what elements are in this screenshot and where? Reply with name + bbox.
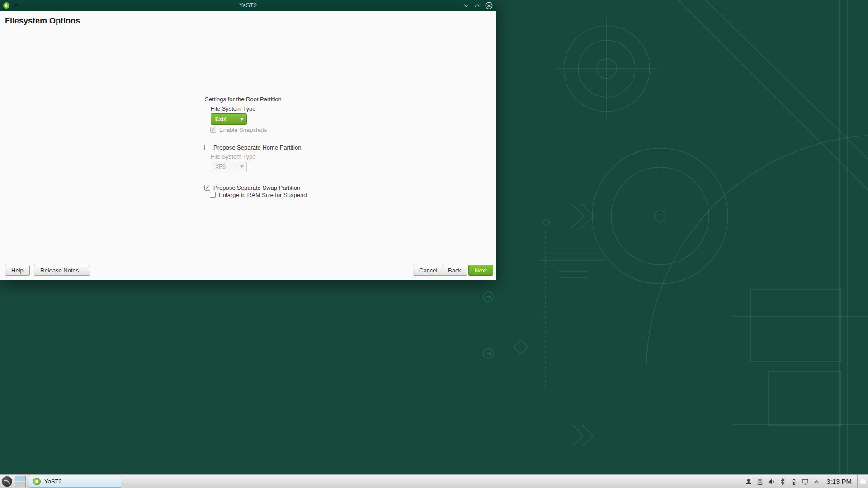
enlarge-ram-checkbox[interactable] <box>210 192 216 198</box>
enable-snapshots-row: Enable Snapshots <box>210 127 267 133</box>
window-title: YaST2 <box>0 0 496 11</box>
enlarge-ram-label: Enlarge to RAM Size for Suspend <box>219 192 307 198</box>
chevron-down-icon <box>237 161 246 172</box>
clipboard-icon[interactable] <box>756 478 764 485</box>
release-notes-button[interactable]: Release Notes... <box>34 265 90 276</box>
enable-snapshots-label: Enable Snapshots <box>219 127 267 133</box>
expand-tray-icon[interactable] <box>812 478 820 485</box>
desktop-2-thumbnail[interactable] <box>15 482 26 487</box>
user-status-icon[interactable] <box>745 478 752 485</box>
root-fs-type-label: File System Type <box>211 105 255 112</box>
swap-partition-row: Propose Separate Swap Partition <box>204 184 300 191</box>
next-button[interactable]: Next <box>468 265 493 276</box>
home-fs-type-label: File System Type <box>211 153 255 160</box>
home-partition-checkbox[interactable] <box>204 145 210 150</box>
yast2-window: YaST2 Filesystem Options Settings for th… <box>0 0 496 280</box>
system-tray <box>745 478 823 485</box>
home-partition-label: Propose Separate Home Partition <box>213 144 301 151</box>
home-fs-type-value: XFS <box>211 164 237 170</box>
virtual-desktop-pager[interactable] <box>15 476 26 487</box>
minimize-button[interactable] <box>463 3 469 8</box>
battery-icon[interactable] <box>790 478 797 485</box>
swap-partition-checkbox[interactable] <box>204 185 210 191</box>
application-menu-button[interactable] <box>0 475 14 488</box>
display-icon[interactable] <box>801 478 809 485</box>
enable-snapshots-checkbox <box>210 127 216 133</box>
maximize-button[interactable] <box>474 3 480 8</box>
swap-partition-label: Propose Separate Swap Partition <box>213 184 300 191</box>
root-section-label: Settings for the Root Partition <box>205 96 282 103</box>
taskbar-item-label: YaST2 <box>44 478 62 485</box>
clock[interactable]: 3:13 PM <box>826 478 852 485</box>
cancel-button[interactable]: Cancel <box>413 265 443 276</box>
volume-icon[interactable] <box>767 478 775 485</box>
enlarge-ram-row: Enlarge to RAM Size for Suspend <box>210 192 307 198</box>
taskbar-item-yast2[interactable]: YaST2 <box>29 476 121 488</box>
titlebar[interactable]: YaST2 <box>0 0 496 11</box>
help-button[interactable]: Help <box>5 265 30 276</box>
bluetooth-icon[interactable] <box>778 478 786 485</box>
opensuse-logo-icon <box>3 2 9 9</box>
show-desktop-button[interactable] <box>857 475 868 488</box>
pin-icon[interactable] <box>13 3 19 9</box>
close-button[interactable] <box>485 2 493 9</box>
root-fs-type-select[interactable]: Ext4 <box>211 113 247 125</box>
home-fs-type-select: XFS <box>211 161 247 172</box>
page-title: Filesystem Options <box>5 16 80 26</box>
home-partition-row: Propose Separate Home Partition <box>204 144 301 151</box>
back-button[interactable]: Back <box>442 265 467 276</box>
desktop-1-thumbnail[interactable] <box>15 476 26 481</box>
opensuse-menu-icon <box>2 476 12 487</box>
chevron-down-icon <box>237 114 246 124</box>
root-fs-type-value: Ext4 <box>211 116 237 122</box>
window-client-area: Filesystem Options Settings for the Root… <box>0 11 496 280</box>
show-desktop-icon <box>860 479 866 484</box>
yast-icon <box>33 478 41 485</box>
taskbar: YaST2 <box>0 474 868 488</box>
